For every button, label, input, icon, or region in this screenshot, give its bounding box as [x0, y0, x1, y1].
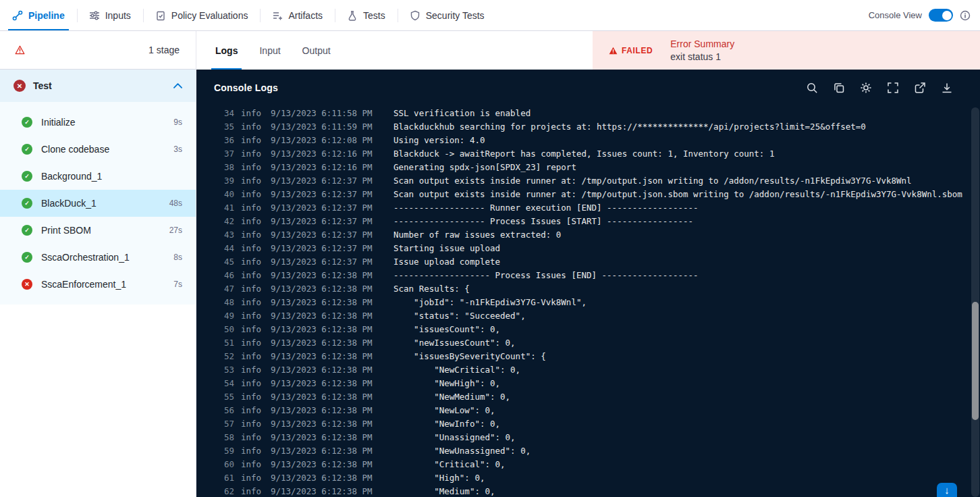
nav-tab-tests[interactable]: Tests	[335, 0, 398, 30]
log-timestamp: 9/13/2023 6:12:38 PM	[271, 390, 393, 404]
log-line-number: 50	[223, 323, 234, 336]
log-line: 44 info 9/13/2023 6:12:37 PM Starting is…	[223, 242, 962, 255]
log-timestamp: 9/13/2023 6:11:59 PM	[271, 120, 393, 134]
failed-warning-icon	[609, 47, 618, 55]
log-message: "NewInfo": 0,	[393, 417, 500, 431]
error-texts: Error Summary exit status 1	[670, 38, 734, 62]
step-duration: 7s	[173, 280, 182, 289]
download-icon[interactable]	[941, 82, 953, 94]
log-line-number: 47	[223, 282, 234, 296]
log-line-number: 59	[223, 444, 234, 458]
tab-logs[interactable]: Logs	[205, 31, 248, 70]
scroll-to-bottom-button[interactable]: ↓	[937, 483, 957, 497]
log-level: info	[241, 431, 263, 444]
log-line: 56 info 9/13/2023 6:12:38 PM "NewLow": 0…	[223, 404, 962, 417]
step-row[interactable]: ✕ SscaEnforcement_1 7s	[0, 271, 196, 298]
console-panel: Console Logs	[196, 70, 980, 497]
step-name: SscaOrchestration_1	[41, 252, 130, 263]
log-line: 40 info 9/13/2023 6:12:37 PM Scan output…	[223, 188, 962, 201]
info-icon[interactable]	[960, 10, 971, 21]
log-message: Issue upload complete	[393, 255, 500, 269]
log-timestamp: 9/13/2023 6:12:38 PM	[271, 309, 393, 323]
log-message: Scan Results: {	[393, 282, 470, 296]
step-row[interactable]: ✓ Initialize 9s	[0, 109, 196, 136]
tab-output[interactable]: Output	[292, 31, 342, 70]
log-line: 60 info 9/13/2023 6:12:38 PM "Critical":…	[223, 458, 962, 471]
log-line-number: 55	[223, 390, 234, 404]
log-line: 49 info 9/13/2023 6:12:38 PM "status": "…	[223, 309, 962, 323]
nav-tab-security-tests[interactable]: Security Tests	[398, 0, 497, 30]
step-row[interactable]: ✓ Print SBOM 27s	[0, 217, 196, 244]
log-line-number: 35	[223, 120, 234, 134]
console-view-toggle[interactable]	[929, 9, 953, 22]
search-icon[interactable]	[806, 82, 818, 94]
stage-header-test[interactable]: ✕ Test	[0, 70, 196, 102]
log-timestamp: 9/13/2023 6:12:38 PM	[271, 471, 393, 485]
pipeline-icon	[12, 10, 23, 21]
tab-input[interactable]: Input	[248, 31, 291, 70]
step-row[interactable]: ✓ Background_1	[0, 163, 196, 190]
toggle-knob	[942, 11, 952, 20]
log-level: info	[241, 485, 263, 497]
log-line: 51 info 9/13/2023 6:12:38 PM "newIssuesC…	[223, 336, 962, 350]
log-timestamp: 9/13/2023 6:12:37 PM	[271, 215, 393, 228]
log-message: "jobId": "-n1FkEpdiw3Y7G-Vvk8Wnl",	[393, 296, 587, 309]
log-line: 52 info 9/13/2023 6:12:38 PM "issuesBySe…	[223, 350, 962, 363]
copy-icon[interactable]	[833, 82, 845, 94]
log-lines: 34 info 9/13/2023 6:11:58 PM SSL verific…	[223, 107, 962, 497]
step-row[interactable]: ✓ SscaOrchestration_1 8s	[0, 244, 196, 271]
nav-tab-inputs[interactable]: Inputs	[77, 0, 143, 30]
log-message: "High": 0,	[393, 471, 485, 485]
stage-count: 1 stage	[148, 45, 180, 55]
log-line-number: 57	[223, 417, 234, 431]
log-level: info	[241, 471, 263, 485]
log-timestamp: 9/13/2023 6:12:37 PM	[271, 242, 393, 255]
log-line: 45 info 9/13/2023 6:12:37 PM Issue uploa…	[223, 255, 962, 269]
log-line-number: 36	[223, 134, 234, 147]
log-timestamp: 9/13/2023 6:12:38 PM	[271, 377, 393, 390]
chevron-up-icon[interactable]	[173, 83, 182, 88]
step-row[interactable]: ✓ Clone codebase 3s	[0, 136, 196, 163]
log-line-number: 60	[223, 458, 234, 471]
log-line: 58 info 9/13/2023 6:12:38 PM "Unassigned…	[223, 431, 962, 444]
log-line: 43 info 9/13/2023 6:12:37 PM Number of r…	[223, 228, 962, 242]
log-level: info	[241, 228, 263, 242]
log-message: "NewLow": 0,	[393, 404, 495, 417]
log-message: ------------------ Runner execution [END…	[393, 201, 699, 215]
console-toolbar	[806, 82, 962, 94]
nav-tab-pipeline[interactable]: Pipeline	[0, 0, 77, 30]
log-line-number: 54	[223, 377, 234, 390]
log-timestamp: 9/13/2023 6:12:08 PM	[271, 134, 393, 147]
nav-tab-label: Artifacts	[288, 10, 323, 21]
log-line-number: 51	[223, 336, 234, 350]
console-scrollbar-thumb[interactable]	[972, 302, 979, 420]
log-level: info	[241, 201, 263, 215]
fullscreen-icon[interactable]	[887, 82, 899, 94]
log-message: SSL verification is enabled	[393, 107, 530, 120]
log-line-number: 56	[223, 404, 234, 417]
nav-tab-artifacts[interactable]: Artifacts	[260, 0, 335, 30]
down-arrow-icon: ↓	[944, 484, 950, 496]
step-duration: 8s	[173, 253, 182, 262]
log-line: 41 info 9/13/2023 6:12:37 PM -----------…	[223, 201, 962, 215]
log-line-number: 52	[223, 350, 234, 363]
step-row[interactable]: ✓ BlackDuck_1 48s	[0, 190, 196, 217]
external-link-icon[interactable]	[914, 82, 926, 94]
log-message: Scan output exists inside runner at: /tm…	[393, 174, 912, 188]
log-level: info	[241, 309, 263, 323]
log-line: 54 info 9/13/2023 6:12:38 PM "NewHigh": …	[223, 377, 962, 390]
step-duration: 48s	[169, 199, 182, 208]
main-top-bar: Logs Input Output FAILED Error Summary e…	[196, 31, 980, 70]
log-message: "NewUnassigned": 0,	[393, 444, 530, 458]
stage-section: ✕ Test ✓ Initialize 9s ✓ Clone codebase …	[0, 70, 196, 305]
log-message: "NewCritical": 0,	[393, 363, 520, 377]
log-timestamp: 9/13/2023 6:12:38 PM	[271, 417, 393, 431]
log-line-number: 46	[223, 269, 234, 282]
nav-tab-policy-evaluations[interactable]: Policy Evaluations	[143, 0, 261, 30]
log-message: Using version: 4.0	[393, 134, 485, 147]
gear-icon[interactable]	[860, 82, 872, 94]
log-timestamp: 9/13/2023 6:12:38 PM	[271, 458, 393, 471]
log-level: info	[241, 255, 263, 269]
log-level: info	[241, 323, 263, 336]
failed-badge: FAILED	[609, 46, 653, 55]
